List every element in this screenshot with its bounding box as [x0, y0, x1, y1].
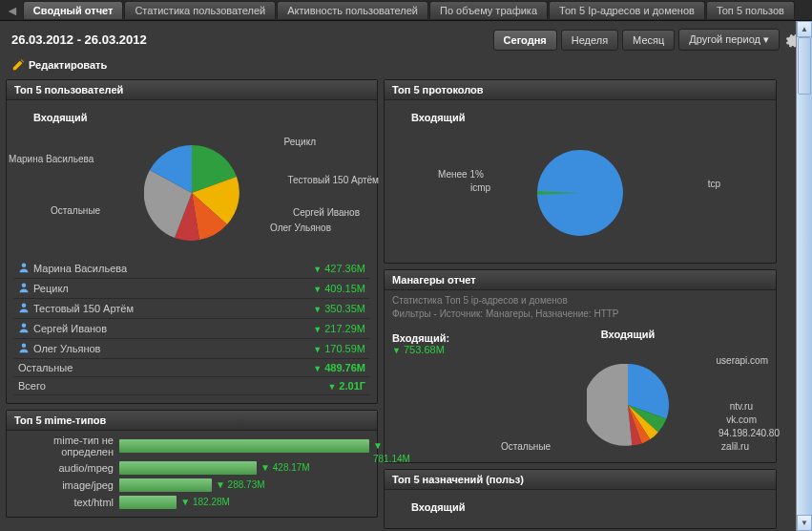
pie-label: zalil.ru	[721, 441, 749, 452]
traffic-value: ▼ 409.15М	[313, 283, 365, 294]
incoming-value: ▼ 753.68М	[392, 344, 472, 355]
list-item[interactable]: Сергей Иванов▼ 217.29М	[14, 319, 369, 339]
pencil-icon	[11, 58, 25, 72]
user-icon	[18, 262, 30, 275]
bar-value: ▼ 781.14М	[369, 439, 410, 466]
pie-label: ntv.ru	[730, 401, 753, 412]
tab-3[interactable]: По объему трафика	[429, 1, 548, 19]
user-name: Рецикл	[33, 283, 69, 294]
user-name: Марина Васильева	[33, 263, 127, 274]
user-icon	[18, 322, 30, 335]
pie-chart-users: Рецикл Тестовый 150 Артём Сергей Иванов …	[14, 131, 369, 255]
report-description: Статистика Топ 5 ip-адресов и доменов Фи…	[385, 290, 776, 325]
pie-label: userapi.com	[717, 355, 768, 366]
bar-label: audio/mpeg	[14, 462, 119, 474]
bar-row: text/html▼ 182.28М	[14, 496, 369, 509]
tab-1[interactable]: Статистика пользователей	[124, 1, 276, 19]
list-item[interactable]: Рецикл▼ 409.15М	[14, 279, 369, 299]
tab-5[interactable]: Топ 5 пользов	[706, 1, 795, 19]
chart-subtitle: Входящий	[392, 108, 768, 131]
pie-label: tcp	[708, 179, 720, 189]
pie-label: Тестовый 150 Артём	[288, 175, 380, 185]
pie-label: 94.198.240.80	[718, 428, 780, 438]
user-icon	[18, 282, 30, 295]
panel-title: Топ 5 mime-типов	[7, 411, 377, 431]
bar-row: image/jpeg▼ 288.73М	[14, 478, 369, 492]
panel-title: Топ 5 пользователей	[7, 80, 377, 100]
user-icon	[18, 302, 30, 315]
panel-top-protocols: Топ 5 протоколов Входящий tcp Менее 1% i…	[384, 79, 777, 264]
chart-subtitle: Входящий	[14, 108, 369, 131]
svg-point-3	[22, 324, 27, 329]
traffic-value: ▼ 2.01Г	[327, 380, 365, 392]
user-list: Марина Васильева▼ 427.36МРецикл▼ 409.15М…	[14, 259, 369, 395]
pie-label: Марина Васильева	[9, 154, 94, 164]
svg-point-0	[22, 264, 27, 268]
pie-label: Рецикл	[284, 137, 316, 147]
svg-point-2	[22, 304, 27, 308]
bar-label: image/jpeg	[14, 479, 119, 491]
user-name: Остальные	[18, 362, 73, 373]
traffic-value: ▼ 489.76М	[313, 362, 365, 373]
traffic-value: ▼ 170.59М	[313, 343, 365, 354]
pie-label: Остальные	[501, 441, 551, 452]
traffic-value: ▼ 217.29М	[313, 323, 365, 334]
tab-4[interactable]: Топ 5 Ip-адресов и доменов	[549, 1, 705, 19]
list-item[interactable]: Всего▼ 2.01Г	[14, 377, 369, 395]
pie-label: Олег Ульянов	[270, 223, 331, 233]
pie-chart-protocols: tcp Менее 1% icmp	[392, 131, 768, 255]
bar-row: mime-тип не определен▼ 781.14М	[14, 435, 369, 457]
panel-title: Топ 5 назначений (польз)	[385, 470, 776, 490]
scroll-down-button[interactable]: ▼	[797, 515, 812, 531]
user-name: Олег Ульянов	[33, 343, 100, 354]
list-item[interactable]: Марина Васильева▼ 427.36М	[14, 259, 369, 279]
pie-chart-managers: userapi.com ntv.ru vk.com 94.198.240.80 …	[480, 348, 776, 462]
traffic-value: ▼ 427.36М	[313, 263, 365, 274]
bar-label: text/html	[14, 497, 119, 508]
user-icon	[18, 342, 30, 355]
pie-label: vk.com	[726, 414, 757, 425]
pie-label: Остальные	[51, 205, 100, 216]
scroll-thumb[interactable]	[798, 37, 811, 95]
bar-chart-mime: mime-тип не определен▼ 781.14Мaudio/mpeg…	[7, 431, 377, 517]
panel-managers-report: Манагеры отчет Статистика Топ 5 ip-адрес…	[384, 269, 777, 463]
pie-label: Менее 1%	[438, 169, 484, 180]
bar-label: mime-тип не определен	[14, 435, 119, 457]
bar-fill	[119, 461, 257, 475]
list-item[interactable]: Тестовый 150 Артём▼ 350.35М	[14, 299, 369, 319]
panel-top-mime: Топ 5 mime-типов mime-тип не определен▼ …	[6, 410, 378, 518]
vertical-scrollbar[interactable]: ▲ ▼	[796, 21, 812, 531]
bar-fill	[119, 496, 177, 509]
tab-scroll-left[interactable]: ◄	[2, 3, 23, 18]
user-name: Всего	[18, 380, 46, 392]
panel-title: Манагеры отчет	[385, 270, 776, 290]
bar-fill	[119, 439, 369, 453]
edit-link[interactable]: Редактировать	[0, 58, 812, 79]
chart-subtitle: Входящий	[392, 498, 768, 520]
list-item[interactable]: Олег Ульянов▼ 170.59М	[14, 339, 369, 359]
period-week-button[interactable]: Неделя	[561, 30, 618, 51]
pie-label: icmp	[470, 182, 490, 193]
pie-label: Сергей Иванов	[293, 207, 360, 218]
chevron-down-icon: ▾	[763, 33, 769, 45]
bar-value: ▼ 182.28М	[177, 496, 230, 509]
panel-title: Топ 5 протоколов	[385, 80, 776, 100]
date-range: 26.03.2012 - 26.03.2012	[11, 32, 147, 47]
chart-subtitle: Входящий	[480, 325, 776, 348]
svg-point-4	[22, 344, 27, 349]
svg-point-1	[22, 284, 27, 288]
period-other-button[interactable]: Другой период ▾	[678, 29, 780, 51]
list-item[interactable]: Остальные▼ 489.76М	[14, 359, 369, 377]
panel-top-users: Топ 5 пользователей Входящий Рецикл Тест…	[6, 79, 378, 404]
tab-2[interactable]: Активность пользователей	[277, 1, 428, 19]
scroll-up-button[interactable]: ▲	[797, 21, 812, 37]
bar-value: ▼ 428.17М	[257, 461, 310, 475]
traffic-value: ▼ 350.35М	[313, 303, 365, 314]
period-today-button[interactable]: Сегодня	[493, 30, 557, 51]
tab-0[interactable]: Сводный отчет	[23, 1, 124, 19]
bar-fill	[119, 478, 212, 492]
period-month-button[interactable]: Месяц	[622, 30, 675, 51]
panel-top-destinations: Топ 5 назначений (польз) Входящий	[384, 469, 777, 529]
bar-value: ▼ 288.73М	[212, 478, 265, 492]
bar-row: audio/mpeg▼ 428.17М	[14, 461, 369, 475]
